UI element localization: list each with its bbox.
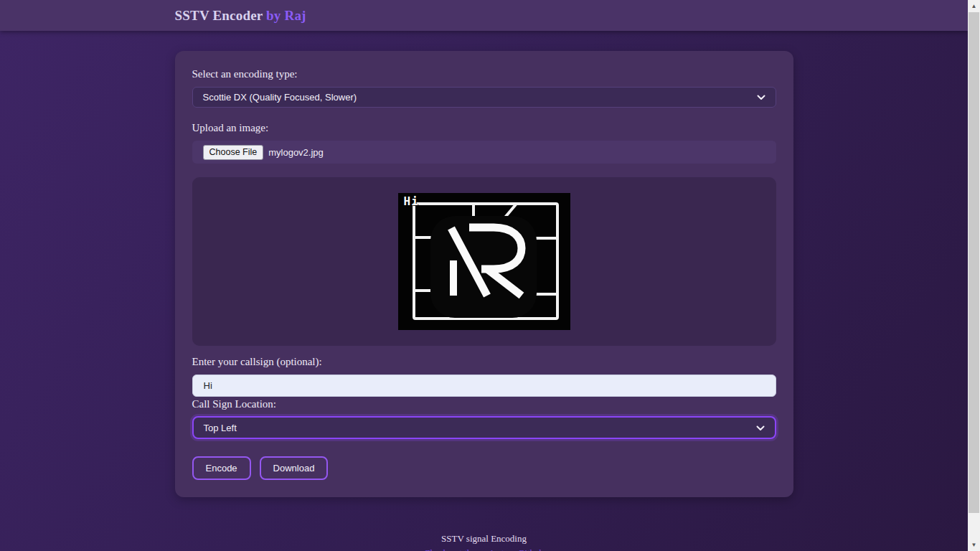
encoding-type-selected-value: Scottie DX (Quality Focused, Slower)	[203, 92, 757, 103]
download-button[interactable]: Download	[260, 456, 329, 480]
github-link[interactable]: Check out the project on Github	[175, 547, 793, 551]
file-input[interactable]: Choose File mylogov2.jpg	[192, 141, 776, 164]
callsign-location-label: Call Sign Location:	[192, 398, 776, 410]
image-preview-panel: Hi	[192, 177, 776, 346]
page-footer: SSTV signal Encoding Check out the proje…	[175, 533, 793, 551]
chevron-down-icon	[757, 92, 765, 103]
encoding-type-label: Select an encoding type:	[192, 68, 776, 80]
file-name: mylogov2.jpg	[268, 147, 324, 158]
encode-button[interactable]: Encode	[192, 456, 251, 480]
scrollbar-thumb[interactable]	[969, 12, 979, 513]
footer-tagline: SSTV signal Encoding	[175, 533, 793, 545]
nr-logo-graphic	[398, 193, 570, 330]
callsign-location-select[interactable]: Top Left	[192, 416, 776, 439]
page-title: SSTV Encoder by Raj	[175, 8, 793, 24]
page-title-suffix: by Raj	[266, 8, 306, 23]
encoding-type-select[interactable]: Scottie DX (Quality Focused, Slower)	[192, 87, 776, 108]
page: SSTV Encoder by Raj Select an encoding t…	[0, 0, 968, 551]
choose-file-button[interactable]: Choose File	[203, 145, 264, 160]
scrollbar-down-arrow-icon[interactable]: ▼	[968, 539, 980, 551]
app-header: SSTV Encoder by Raj	[0, 0, 968, 31]
encoder-card: Select an encoding type: Scottie DX (Qua…	[175, 51, 793, 497]
upload-image-label: Upload an image:	[192, 122, 776, 134]
uploaded-image-preview: Hi	[398, 193, 570, 330]
callsign-overlay-text: Hi	[404, 194, 419, 208]
callsign-input[interactable]	[192, 375, 776, 397]
callsign-location-selected-value: Top Left	[204, 423, 756, 433]
chevron-down-icon	[756, 423, 765, 433]
main-content: Select an encoding type: Scottie DX (Qua…	[175, 51, 793, 551]
callsign-label: Enter your callsign (optional):	[192, 356, 776, 368]
vertical-scrollbar[interactable]: ▲ ▼	[968, 0, 980, 551]
page-title-main: SSTV Encoder	[175, 8, 267, 23]
scrollbar-up-arrow-icon[interactable]: ▲	[968, 0, 980, 12]
action-buttons: Encode Download	[192, 456, 776, 480]
